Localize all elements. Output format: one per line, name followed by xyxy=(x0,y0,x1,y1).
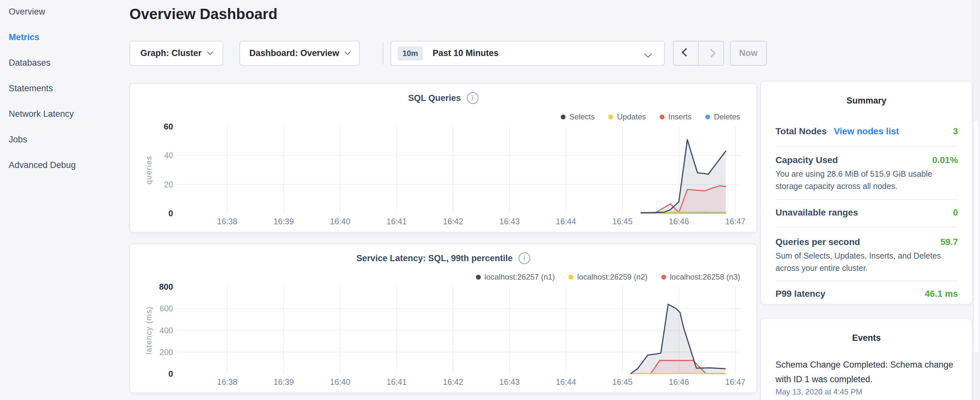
p99-latency-label: P99 latency xyxy=(776,288,825,299)
divider xyxy=(776,226,958,227)
svg-text:16:47: 16:47 xyxy=(725,217,746,226)
svg-text:40: 40 xyxy=(164,151,173,160)
svg-text:16:43: 16:43 xyxy=(500,217,520,226)
svg-text:16:41: 16:41 xyxy=(387,217,407,226)
divider xyxy=(776,199,958,200)
svg-text:16:40: 16:40 xyxy=(330,217,350,226)
event-message: Schema Change Completed: Schema change w… xyxy=(776,358,957,387)
qps-description: Sum of Selects, Updates, Inserts, and De… xyxy=(776,250,958,274)
summary-row-unavailable-ranges: Unavailable ranges 0 xyxy=(776,207,958,218)
scrollbar-thumb[interactable] xyxy=(974,120,979,353)
chevron-left-icon xyxy=(682,48,690,57)
svg-text:16:41: 16:41 xyxy=(387,377,407,386)
capacity-used-label: Capacity Used xyxy=(776,155,838,166)
capacity-used-value: 0.01% xyxy=(932,155,958,166)
time-range-arrows xyxy=(673,41,724,66)
svg-text:0: 0 xyxy=(169,209,173,218)
graph-dropdown[interactable]: Graph: Cluster xyxy=(129,41,223,66)
svg-text:16:44: 16:44 xyxy=(556,217,576,226)
dashboard-dropdown[interactable]: Dashboard: Overview xyxy=(239,41,360,66)
svg-text:800: 800 xyxy=(159,282,173,292)
time-window-badge: 10m xyxy=(398,46,423,61)
summary-row-p99-latency: P99 latency 46.1 ms xyxy=(776,288,958,299)
sidebar-item-jobs[interactable]: Jobs xyxy=(9,135,126,144)
sidebar-item-network-latency[interactable]: Network Latency xyxy=(9,109,126,118)
svg-text:16:47: 16:47 xyxy=(725,377,746,386)
sql-queries-plot: 16:3816:3916:4016:4116:4216:4316:4416:45… xyxy=(130,84,758,233)
svg-text:16:43: 16:43 xyxy=(500,377,520,386)
chevron-right-icon xyxy=(707,49,716,57)
scrollbar-track[interactable] xyxy=(973,0,980,400)
divider xyxy=(776,146,958,147)
qps-label: Queries per second xyxy=(776,237,860,247)
view-nodes-list-link[interactable]: View nodes list xyxy=(834,126,899,137)
svg-text:16:46: 16:46 xyxy=(669,377,689,386)
time-window-dropdown[interactable]: 10m Past 10 Minutes xyxy=(390,41,665,66)
svg-text:60: 60 xyxy=(164,122,173,131)
svg-text:400: 400 xyxy=(159,326,173,335)
svg-text:200: 200 xyxy=(159,347,173,357)
svg-text:16:44: 16:44 xyxy=(556,377,576,386)
page-title: Overview Dashboard xyxy=(129,5,278,23)
summary-title: Summary xyxy=(761,96,972,106)
svg-text:16:42: 16:42 xyxy=(443,217,463,226)
svg-text:16:39: 16:39 xyxy=(274,217,294,226)
svg-text:16:40: 16:40 xyxy=(330,377,350,386)
toolbar-divider xyxy=(383,41,383,65)
events-title: Events xyxy=(761,333,972,343)
svg-text:latency (ms): latency (ms) xyxy=(145,306,153,355)
svg-text:600: 600 xyxy=(159,304,173,313)
time-window-label: Past 10 Minutes xyxy=(433,48,499,58)
svg-text:16:38: 16:38 xyxy=(217,217,237,226)
divider xyxy=(776,280,958,281)
svg-text:20: 20 xyxy=(164,180,173,189)
svg-text:0: 0 xyxy=(169,369,173,379)
svg-text:16:45: 16:45 xyxy=(612,377,633,386)
svg-text:16:39: 16:39 xyxy=(274,377,294,386)
summary-panel: Summary Total Nodes View nodes list 3 Ca… xyxy=(760,81,972,304)
p99-latency-value: 46.1 ms xyxy=(925,288,958,299)
summary-row-capacity: Capacity Used 0.01% xyxy=(776,155,958,166)
next-range-button[interactable] xyxy=(698,41,724,65)
chevron-down-icon xyxy=(345,49,351,55)
svg-text:16:45: 16:45 xyxy=(612,217,633,226)
unavailable-ranges-value: 0 xyxy=(953,207,958,218)
svg-text:queries: queries xyxy=(145,155,153,184)
service-latency-plot: 16:3816:3916:4016:4116:4216:4316:4416:45… xyxy=(130,244,758,394)
svg-text:16:42: 16:42 xyxy=(443,377,463,386)
unavailable-ranges-label: Unavailable ranges xyxy=(776,207,858,218)
summary-row-total-nodes: Total Nodes View nodes list 3 xyxy=(776,126,958,137)
now-button[interactable]: Now xyxy=(730,41,767,66)
capacity-used-description: You are using 28.6 MiB of 515.9 GiB usab… xyxy=(776,167,958,192)
sidebar-item-overview[interactable]: Overview xyxy=(9,7,126,16)
chevron-down-icon xyxy=(207,49,213,55)
chevron-down-icon xyxy=(644,51,652,58)
svg-text:16:46: 16:46 xyxy=(669,217,689,226)
svg-text:16:38: 16:38 xyxy=(217,377,237,386)
sidebar-item-statements[interactable]: Statements xyxy=(9,84,126,93)
sidebar: Overview Metrics Databases Statements Ne… xyxy=(0,0,126,186)
event-timestamp: May 13, 2020 at 4:45 PM xyxy=(776,387,957,397)
sql-queries-chart-card: SQL Queries i SelectsUpdatesInsertsDelet… xyxy=(129,83,757,233)
sidebar-item-metrics[interactable]: Metrics xyxy=(9,33,126,42)
prev-range-button[interactable] xyxy=(674,41,698,65)
total-nodes-label: Total Nodes xyxy=(776,126,827,137)
graph-dropdown-label: Graph: Cluster xyxy=(140,48,202,58)
summary-row-qps: Queries per second 59.7 xyxy=(776,237,958,247)
total-nodes-value: 3 xyxy=(953,126,958,137)
dashboard-dropdown-label: Dashboard: Overview xyxy=(250,48,339,58)
qps-value: 59.7 xyxy=(940,237,958,247)
service-latency-chart-card: Service Latency: SQL, 99th percentile i … xyxy=(129,243,757,393)
sidebar-item-advanced-debug[interactable]: Advanced Debug xyxy=(9,161,126,170)
sidebar-item-databases[interactable]: Databases xyxy=(9,58,126,67)
events-panel: Events Schema Change Completed: Schema c… xyxy=(760,318,972,400)
